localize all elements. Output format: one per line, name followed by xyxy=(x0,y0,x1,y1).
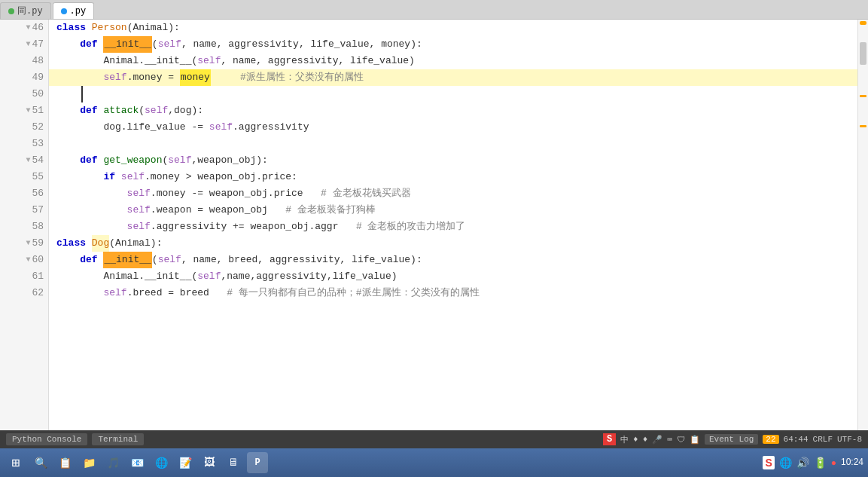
event-log-btn[interactable]: Event Log xyxy=(705,434,758,445)
line-num-48: 48 xyxy=(0,53,48,69)
gallery-button[interactable]: 🖼 xyxy=(199,452,220,473)
code-line-51: def attack(self,dog): xyxy=(49,102,857,119)
status-left: Python Console Terminal xyxy=(6,433,144,445)
code-line-54: def get_weapon(self,weapon_obj): xyxy=(49,152,857,169)
tab-py[interactable]: .py xyxy=(53,2,95,19)
scroll-marker-2 xyxy=(860,95,866,97)
line-num-55: 55 xyxy=(0,169,48,185)
line-num-61: 61 xyxy=(0,268,48,285)
line-num-46: ▼46 xyxy=(0,20,48,36)
code-line-53 xyxy=(49,136,857,152)
line-num-57: 57 xyxy=(0,202,48,219)
sougou-icon[interactable]: S xyxy=(763,456,774,469)
line-num-60: ▼60 xyxy=(0,252,48,268)
taskbar-right: S 🌐 🔊 🔋 ● 10:24 xyxy=(763,456,863,469)
volume-icon[interactable]: 🔊 xyxy=(796,457,809,469)
pycharm-button[interactable]: P xyxy=(247,452,268,473)
line-num-54: ▼54 xyxy=(0,152,48,169)
scrollbar-thumb[interactable] xyxy=(860,42,866,65)
code-line-47: def __init__(self, name, aggressivity, l… xyxy=(49,36,857,53)
right-scrollbar[interactable] xyxy=(857,20,868,430)
taskview-button[interactable]: 📋 xyxy=(54,452,75,473)
editor-area: 同.py .py ▼46 ▼47 48 49 xyxy=(0,0,868,430)
code-line-56: self.money -= weapon_obj.price # 金老板花钱买武… xyxy=(49,185,857,202)
line-num-51: ▼51 xyxy=(0,102,48,119)
folder-button[interactable]: 📁 xyxy=(78,452,99,473)
line-num-59: ▼59 xyxy=(0,235,48,252)
encoding: UTF-8 xyxy=(837,435,862,444)
code-line-59: class Dog(Animal): xyxy=(49,235,857,252)
code-line-49: self.money = money #派生属性：父类没有的属性 xyxy=(49,69,857,86)
taskbar: ⊞ 🔍 📋 📁 🎵 📧 🌐 📝 🖼 🖥 P S 🌐 🔊 🔋 ● 10:24 xyxy=(0,448,868,477)
line-ending: CRLF xyxy=(813,435,833,444)
scroll-marker-1 xyxy=(860,21,866,25)
line-num-53: 53 xyxy=(0,136,48,152)
taskbar-left: ⊞ 🔍 📋 📁 🎵 📧 🌐 📝 🖼 🖥 P xyxy=(5,452,268,473)
status-right: S 中 ♦ ♦ 🎤 ⌨ 🛡 📋 Event Log 22 64:44 CRLF … xyxy=(603,433,862,445)
warning-count: 22 xyxy=(763,435,778,444)
network-icon[interactable]: 🌐 xyxy=(779,457,792,469)
code-line-57: self.weapon = weapon_obj # 金老板装备打狗棒 xyxy=(49,202,857,219)
browser-button[interactable]: 🌐 xyxy=(151,452,172,473)
python-console-tab[interactable]: Python Console xyxy=(6,433,87,445)
line-num-50: 50 xyxy=(0,86,48,102)
code-line-52: dog.life_value -= self.aggressivity xyxy=(49,119,857,136)
clipboard-icon: 📋 xyxy=(690,435,700,445)
s-logo: S xyxy=(603,433,616,445)
position-indicator: 64:44 xyxy=(784,435,809,444)
terminal-tab[interactable]: Terminal xyxy=(92,433,144,445)
code-line-61: Animal.__init__(self,name,aggressivity,l… xyxy=(49,268,857,285)
search-button[interactable]: 🔍 xyxy=(30,452,51,473)
line-num-52: 52 xyxy=(0,119,48,136)
antivirus-icon: ● xyxy=(831,457,836,468)
line-num-56: 56 xyxy=(0,185,48,202)
code-line-50 xyxy=(49,86,857,102)
media-button[interactable]: 🎵 xyxy=(102,452,123,473)
clock[interactable]: 10:24 xyxy=(841,457,863,469)
battery-icon: 🔋 xyxy=(814,457,827,469)
scroll-marker-3 xyxy=(860,125,866,127)
code-line-48: Animal.__init__(self, name, aggressivity… xyxy=(49,53,857,69)
line-num-49: 49 xyxy=(0,69,48,86)
code-line-55: if self.money > weapon_obj.price: xyxy=(49,169,857,185)
status-bar: Python Console Terminal S 中 ♦ ♦ 🎤 ⌨ 🛡 📋 … xyxy=(0,430,868,448)
line-num-47: ▼47 xyxy=(0,36,48,53)
notepad-button[interactable]: 📝 xyxy=(175,452,196,473)
lang-indicator: 中 xyxy=(620,434,629,445)
line-num-62: 62 xyxy=(0,285,48,301)
shield-icon: 🛡 xyxy=(677,435,685,445)
code-line-60: def __init__(self, name, breed, aggressi… xyxy=(49,252,857,268)
diamond-1: ♦ xyxy=(633,435,638,444)
code-line-62: self.breed = breed # 每一只狗都有自己的品种；#派生属性：父… xyxy=(49,285,857,301)
line-num-58: 58 xyxy=(0,219,48,235)
tab-同py[interactable]: 同.py xyxy=(0,2,51,19)
diamond-2: ♦ xyxy=(643,435,648,444)
code-line-58: self.aggressivity += weapon_obj.aggr # 金… xyxy=(49,219,857,235)
line-numbers: ▼46 ▼47 48 49 50 ▼51 52 xyxy=(0,20,49,430)
mail-button[interactable]: 📧 xyxy=(126,452,148,473)
start-button[interactable]: ⊞ xyxy=(5,452,27,473)
code-content[interactable]: class Person(Animal): def __init__(self,… xyxy=(49,20,857,430)
keyboard-icon: ⌨ xyxy=(667,435,672,445)
code-line-46: class Person(Animal): xyxy=(49,20,857,36)
monitor-button[interactable]: 🖥 xyxy=(223,452,244,473)
mic-icon: 🎤 xyxy=(652,435,662,445)
